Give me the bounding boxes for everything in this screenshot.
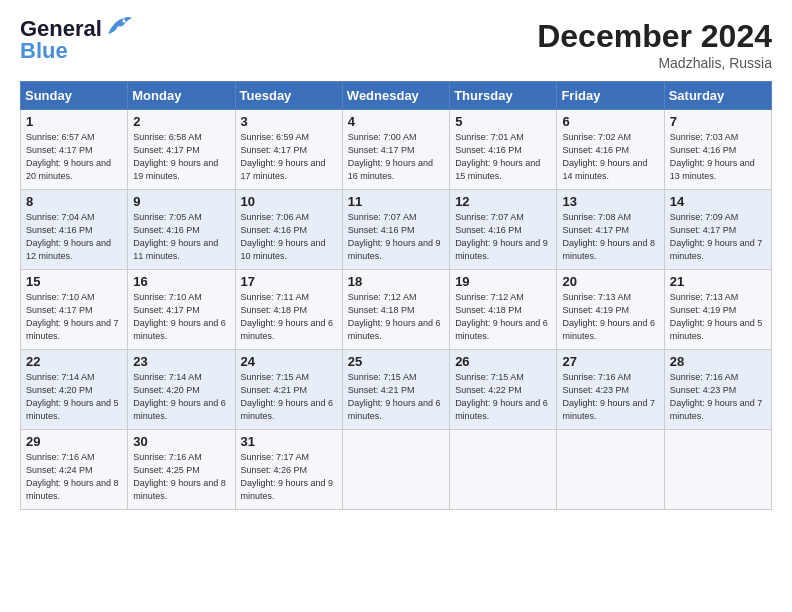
main-container: General Blue December 2024 Madzhalis, Ru… <box>0 0 792 520</box>
calendar-week-row: 1 Sunrise: 6:57 AM Sunset: 4:17 PM Dayli… <box>21 110 772 190</box>
day-info: Sunrise: 6:58 AM Sunset: 4:17 PM Dayligh… <box>133 131 229 183</box>
table-row <box>557 430 664 510</box>
logo-text: General <box>20 18 102 40</box>
day-info: Sunrise: 7:15 AM Sunset: 4:21 PM Dayligh… <box>348 371 444 423</box>
table-row: 1 Sunrise: 6:57 AM Sunset: 4:17 PM Dayli… <box>21 110 128 190</box>
day-number: 25 <box>348 354 444 369</box>
table-row: 15 Sunrise: 7:10 AM Sunset: 4:17 PM Dayl… <box>21 270 128 350</box>
col-sunday: Sunday <box>21 82 128 110</box>
day-info: Sunrise: 7:10 AM Sunset: 4:17 PM Dayligh… <box>26 291 122 343</box>
day-number: 29 <box>26 434 122 449</box>
day-info: Sunrise: 7:13 AM Sunset: 4:19 PM Dayligh… <box>670 291 766 343</box>
table-row: 12 Sunrise: 7:07 AM Sunset: 4:16 PM Dayl… <box>450 190 557 270</box>
day-info: Sunrise: 7:11 AM Sunset: 4:18 PM Dayligh… <box>241 291 337 343</box>
table-row: 2 Sunrise: 6:58 AM Sunset: 4:17 PM Dayli… <box>128 110 235 190</box>
table-row: 14 Sunrise: 7:09 AM Sunset: 4:17 PM Dayl… <box>664 190 771 270</box>
day-info: Sunrise: 7:07 AM Sunset: 4:16 PM Dayligh… <box>455 211 551 263</box>
day-info: Sunrise: 7:16 AM Sunset: 4:23 PM Dayligh… <box>562 371 658 423</box>
day-info: Sunrise: 7:15 AM Sunset: 4:21 PM Dayligh… <box>241 371 337 423</box>
day-number: 7 <box>670 114 766 129</box>
table-row: 20 Sunrise: 7:13 AM Sunset: 4:19 PM Dayl… <box>557 270 664 350</box>
table-row <box>342 430 449 510</box>
day-number: 28 <box>670 354 766 369</box>
logo: General Blue <box>20 18 132 64</box>
table-row: 6 Sunrise: 7:02 AM Sunset: 4:16 PM Dayli… <box>557 110 664 190</box>
day-number: 19 <box>455 274 551 289</box>
day-info: Sunrise: 7:10 AM Sunset: 4:17 PM Dayligh… <box>133 291 229 343</box>
day-info: Sunrise: 7:12 AM Sunset: 4:18 PM Dayligh… <box>348 291 444 343</box>
day-number: 26 <box>455 354 551 369</box>
table-row: 21 Sunrise: 7:13 AM Sunset: 4:19 PM Dayl… <box>664 270 771 350</box>
day-number: 30 <box>133 434 229 449</box>
day-number: 21 <box>670 274 766 289</box>
day-number: 24 <box>241 354 337 369</box>
col-tuesday: Tuesday <box>235 82 342 110</box>
table-row: 13 Sunrise: 7:08 AM Sunset: 4:17 PM Dayl… <box>557 190 664 270</box>
table-row: 4 Sunrise: 7:00 AM Sunset: 4:17 PM Dayli… <box>342 110 449 190</box>
title-section: December 2024 Madzhalis, Russia <box>537 18 772 71</box>
table-row: 28 Sunrise: 7:16 AM Sunset: 4:23 PM Dayl… <box>664 350 771 430</box>
table-row: 31 Sunrise: 7:17 AM Sunset: 4:26 PM Dayl… <box>235 430 342 510</box>
table-row: 7 Sunrise: 7:03 AM Sunset: 4:16 PM Dayli… <box>664 110 771 190</box>
col-thursday: Thursday <box>450 82 557 110</box>
calendar-week-row: 15 Sunrise: 7:10 AM Sunset: 4:17 PM Dayl… <box>21 270 772 350</box>
day-number: 18 <box>348 274 444 289</box>
table-row: 23 Sunrise: 7:14 AM Sunset: 4:20 PM Dayl… <box>128 350 235 430</box>
day-number: 2 <box>133 114 229 129</box>
day-number: 6 <box>562 114 658 129</box>
col-saturday: Saturday <box>664 82 771 110</box>
day-info: Sunrise: 7:14 AM Sunset: 4:20 PM Dayligh… <box>133 371 229 423</box>
day-number: 31 <box>241 434 337 449</box>
table-row: 5 Sunrise: 7:01 AM Sunset: 4:16 PM Dayli… <box>450 110 557 190</box>
day-info: Sunrise: 7:09 AM Sunset: 4:17 PM Dayligh… <box>670 211 766 263</box>
day-info: Sunrise: 7:17 AM Sunset: 4:26 PM Dayligh… <box>241 451 337 503</box>
day-number: 17 <box>241 274 337 289</box>
header: General Blue December 2024 Madzhalis, Ru… <box>20 18 772 71</box>
logo-blue-text: Blue <box>20 38 68 64</box>
table-row: 18 Sunrise: 7:12 AM Sunset: 4:18 PM Dayl… <box>342 270 449 350</box>
col-monday: Monday <box>128 82 235 110</box>
day-info: Sunrise: 7:14 AM Sunset: 4:20 PM Dayligh… <box>26 371 122 423</box>
day-number: 22 <box>26 354 122 369</box>
calendar-week-row: 8 Sunrise: 7:04 AM Sunset: 4:16 PM Dayli… <box>21 190 772 270</box>
day-info: Sunrise: 7:07 AM Sunset: 4:16 PM Dayligh… <box>348 211 444 263</box>
header-row: Sunday Monday Tuesday Wednesday Thursday… <box>21 82 772 110</box>
day-info: Sunrise: 7:16 AM Sunset: 4:23 PM Dayligh… <box>670 371 766 423</box>
table-row: 24 Sunrise: 7:15 AM Sunset: 4:21 PM Dayl… <box>235 350 342 430</box>
table-row <box>664 430 771 510</box>
day-number: 4 <box>348 114 444 129</box>
day-number: 8 <box>26 194 122 209</box>
calendar-body: 1 Sunrise: 6:57 AM Sunset: 4:17 PM Dayli… <box>21 110 772 510</box>
calendar-week-row: 29 Sunrise: 7:16 AM Sunset: 4:24 PM Dayl… <box>21 430 772 510</box>
table-row: 29 Sunrise: 7:16 AM Sunset: 4:24 PM Dayl… <box>21 430 128 510</box>
day-number: 9 <box>133 194 229 209</box>
day-info: Sunrise: 7:08 AM Sunset: 4:17 PM Dayligh… <box>562 211 658 263</box>
day-number: 14 <box>670 194 766 209</box>
day-number: 13 <box>562 194 658 209</box>
day-number: 15 <box>26 274 122 289</box>
table-row <box>450 430 557 510</box>
table-row: 26 Sunrise: 7:15 AM Sunset: 4:22 PM Dayl… <box>450 350 557 430</box>
table-row: 11 Sunrise: 7:07 AM Sunset: 4:16 PM Dayl… <box>342 190 449 270</box>
day-number: 1 <box>26 114 122 129</box>
table-row: 3 Sunrise: 6:59 AM Sunset: 4:17 PM Dayli… <box>235 110 342 190</box>
day-info: Sunrise: 7:05 AM Sunset: 4:16 PM Dayligh… <box>133 211 229 263</box>
day-info: Sunrise: 7:02 AM Sunset: 4:16 PM Dayligh… <box>562 131 658 183</box>
day-number: 10 <box>241 194 337 209</box>
day-info: Sunrise: 7:01 AM Sunset: 4:16 PM Dayligh… <box>455 131 551 183</box>
day-info: Sunrise: 7:12 AM Sunset: 4:18 PM Dayligh… <box>455 291 551 343</box>
calendar-week-row: 22 Sunrise: 7:14 AM Sunset: 4:20 PM Dayl… <box>21 350 772 430</box>
month-title: December 2024 <box>537 18 772 55</box>
day-info: Sunrise: 7:00 AM Sunset: 4:17 PM Dayligh… <box>348 131 444 183</box>
table-row: 27 Sunrise: 7:16 AM Sunset: 4:23 PM Dayl… <box>557 350 664 430</box>
table-row: 8 Sunrise: 7:04 AM Sunset: 4:16 PM Dayli… <box>21 190 128 270</box>
calendar-table: Sunday Monday Tuesday Wednesday Thursday… <box>20 81 772 510</box>
col-wednesday: Wednesday <box>342 82 449 110</box>
table-row: 16 Sunrise: 7:10 AM Sunset: 4:17 PM Dayl… <box>128 270 235 350</box>
day-number: 20 <box>562 274 658 289</box>
table-row: 9 Sunrise: 7:05 AM Sunset: 4:16 PM Dayli… <box>128 190 235 270</box>
day-number: 27 <box>562 354 658 369</box>
day-info: Sunrise: 7:03 AM Sunset: 4:16 PM Dayligh… <box>670 131 766 183</box>
day-number: 5 <box>455 114 551 129</box>
day-info: Sunrise: 7:13 AM Sunset: 4:19 PM Dayligh… <box>562 291 658 343</box>
